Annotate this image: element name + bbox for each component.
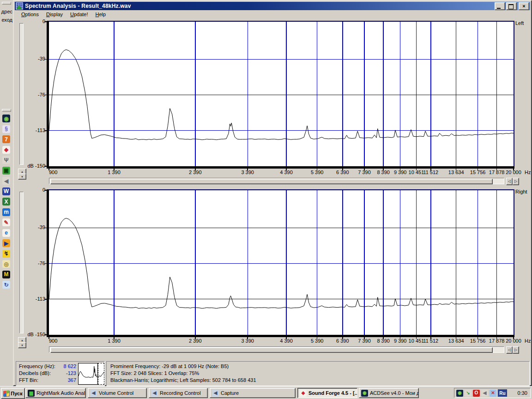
taskbar-button-label: Volume Control: [99, 390, 133, 396]
minimize-button[interactable]: [495, 2, 505, 10]
batman-icon[interactable]: M: [2, 271, 10, 278]
slider-spin-down-button[interactable]: ▾: [18, 342, 26, 348]
paint-brush-icon[interactable]: ✎: [2, 218, 10, 226]
zoom-in-button[interactable]: ▷: [513, 178, 519, 185]
window-refresh-icon[interactable]: ↻: [2, 281, 10, 289]
x-axis-label: 3 390: [227, 338, 268, 344]
menu-help[interactable]: Help: [92, 11, 110, 18]
zoom-in-button[interactable]: ▷: [513, 346, 519, 354]
acdsee-icon: ◉: [361, 390, 368, 397]
spectrum-plot-left[interactable]: [43, 20, 519, 175]
sound-forge-icon: ◆: [300, 390, 307, 397]
taskbar-button-label: Sound Forge 4.5 - [...: [308, 390, 357, 396]
toolbar-grip[interactable]: [2, 2, 11, 5]
thumbnail-trace: [78, 363, 104, 385]
frequency-scrollbar-left[interactable]: [49, 178, 504, 184]
script-scroll-icon[interactable]: §: [2, 125, 10, 133]
readout-label: Decibels (dB):: [19, 370, 51, 376]
green-boombox-icon[interactable]: ▣: [2, 167, 10, 175]
close-button[interactable]: ×: [519, 2, 529, 10]
seven-colorful-icon[interactable]: 7: [2, 135, 10, 143]
toolbar-grip[interactable]: [2, 109, 11, 112]
windows-flag-icon: [3, 390, 9, 396]
capture-icon: ◀: [212, 390, 219, 397]
analysis-info-line: Prominent Frequency: -29 dB at 1 009 Hz …: [110, 363, 229, 369]
zoom-out-button[interactable]: ◁: [506, 346, 513, 354]
volume-tray-icon[interactable]: ◀: [481, 390, 488, 397]
rightmark-icon: ▆: [28, 390, 35, 397]
readout-value: 8 622: [51, 363, 76, 369]
analysis-info-line: FFT Size: 2 048 Slices: 1 Overlap: 75%: [110, 370, 199, 376]
volume-control-icon: ◀: [90, 390, 97, 397]
speaker-mute-icon[interactable]: ◀: [2, 177, 10, 185]
readout-label: FFT Bin:: [19, 377, 38, 383]
menu-options[interactable]: Options: [18, 11, 42, 18]
microphone-icon[interactable]: Ψ: [2, 156, 10, 164]
winamp-lightning-icon[interactable]: ↯: [2, 250, 10, 258]
x-axis-label: 3 390: [227, 169, 268, 175]
word-w-icon[interactable]: W: [2, 187, 10, 195]
channel-label-right: Right: [515, 189, 527, 194]
slider-spin-down-button[interactable]: ▾: [18, 174, 26, 180]
sound-forge-45-icon[interactable]: ◆: [2, 146, 10, 154]
taskbar-button-sound-forge[interactable]: ◆Sound Forge 4.5 - [...: [297, 388, 357, 398]
readout-label: Frequency (Hz):: [19, 363, 55, 369]
x-axis-label: 900: [49, 338, 77, 344]
amplitude-slider-right[interactable]: [19, 192, 24, 333]
readout-value: 367: [51, 377, 76, 383]
taskbar: Пуск ◉↘O◀✕ Ru 0:30 ▆RightMark Audio Anal…: [0, 386, 532, 399]
spectrum-thumbnail[interactable]: [78, 363, 104, 385]
zoom-out-button[interactable]: ◁: [506, 178, 513, 185]
x-axis-label: 1 390: [93, 338, 135, 344]
x-axis-label: 2 390: [175, 338, 216, 344]
channel-label-left: Left: [515, 20, 524, 26]
taskbar-button-label: RightMark Audio Anal...: [36, 390, 86, 396]
restore-button[interactable]: [506, 2, 517, 10]
updater-tray-icon[interactable]: ↘: [465, 390, 472, 397]
menu-display[interactable]: Display: [42, 11, 66, 18]
start-button[interactable]: Пуск: [1, 388, 25, 399]
menu-bar: OptionsDisplayUpdate!Help: [15, 10, 530, 19]
frequency-scrollbar-right[interactable]: [49, 346, 504, 353]
spectrum-window-icon: [16, 2, 23, 10]
taskbar-button-recording-control[interactable]: ◀Recording Control: [149, 388, 208, 398]
system-tray: ◉↘O◀✕ Ru 0:30: [454, 388, 531, 398]
taskbar-button-acdsee[interactable]: ◉ACDSee v4.0 - Мои д...: [359, 388, 419, 398]
readout-panel: Frequency (Hz):8 622Decibels (dB):-123FF…: [16, 361, 105, 386]
maxthon-m-icon[interactable]: m: [2, 208, 10, 216]
x-axis-label: 900: [49, 169, 77, 175]
analysis-info-line: Blackman-Harris; Logarithmic; Left Sampl…: [110, 377, 256, 383]
analysis-info-panel: Prominent Frequency: -29 dB at 1 009 Hz …: [106, 361, 530, 386]
amplitude-slider-left[interactable]: [19, 23, 24, 165]
acdsee-eye-icon[interactable]: ◉: [2, 115, 10, 122]
taskbar-button-rightmark[interactable]: ▆RightMark Audio Anal...: [25, 388, 86, 398]
title-bar[interactable]: Spectrum Analysis - Result_48kHz.wav ×: [15, 2, 530, 10]
menu-update[interactable]: Update!: [66, 11, 92, 18]
x-axis-label: 1 390: [93, 169, 135, 175]
spectrum-plot-right[interactable]: [43, 188, 519, 344]
scrollbar-thumb[interactable]: [50, 179, 493, 184]
recording-control-icon: ◀: [151, 390, 158, 397]
readout-value: -123: [51, 370, 76, 376]
x-axis-unit: Hz: [525, 338, 531, 344]
language-indicator[interactable]: Ru: [498, 389, 507, 397]
go-toolbar-label: еход: [0, 17, 12, 23]
x-axis-unit: Hz: [525, 169, 531, 175]
acdsee-tray-icon[interactable]: ◉: [456, 390, 463, 397]
cd-disc-icon[interactable]: ◎: [2, 260, 10, 268]
msn-offline-tray-icon[interactable]: ✕: [490, 390, 496, 397]
desktop-side-toolbar: дрес еход ◉§7◆Ψ▣◀WXm✎e▶↯◎M↻: [0, 0, 13, 386]
taskbar-button-label: Capture: [221, 390, 239, 396]
scrollbar-thumb[interactable]: [50, 347, 493, 353]
internet-explorer-icon[interactable]: e: [2, 229, 10, 237]
excel-x-icon[interactable]: X: [2, 198, 10, 206]
address-toolbar-label: дрес: [0, 9, 12, 14]
taskbar-button-volume-control[interactable]: ◀Volume Control: [88, 388, 147, 398]
taskbar-button-label: ACDSee v4.0 - Мои д...: [370, 390, 419, 396]
taskbar-button-capture[interactable]: ◀Capture: [210, 388, 296, 398]
taskbar-clock: 0:30: [518, 390, 528, 396]
red-o-tray-icon[interactable]: O: [473, 390, 480, 397]
taskbar-button-label: Recording Control: [160, 390, 201, 396]
start-button-label: Пуск: [11, 391, 22, 396]
media-player-icon[interactable]: ▶: [2, 239, 10, 247]
